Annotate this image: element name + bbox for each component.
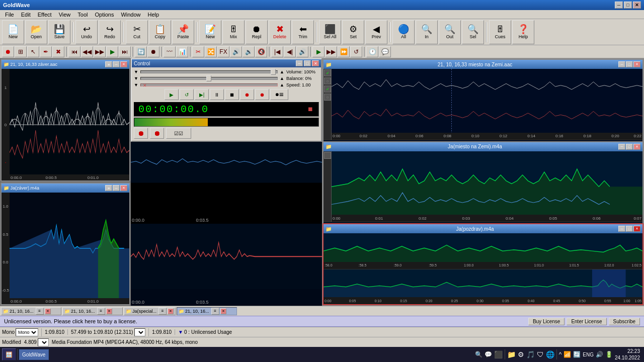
prev-button[interactable]: ◀ Prev xyxy=(365,20,387,44)
pause-btn[interactable]: ⏸ xyxy=(210,89,224,100)
menu-view[interactable]: View xyxy=(56,11,74,18)
open-button[interactable]: 📂 Open xyxy=(25,20,47,44)
zoomout-button[interactable]: 🔍 Out xyxy=(439,20,461,44)
play-tb-btn[interactable]: ▶ xyxy=(312,46,325,57)
thumb-2-close[interactable]: ✕ xyxy=(106,308,112,314)
delete-button[interactable]: ✖ Delete xyxy=(269,20,291,44)
selall-button[interactable]: ⬛ Sel All xyxy=(319,20,341,44)
vol-slider-btn[interactable]: 🔊 xyxy=(296,46,308,57)
thumb-4-close[interactable]: ✕ xyxy=(220,308,226,314)
track-jazaver-close[interactable]: ✕ xyxy=(120,185,127,191)
menu-help[interactable]: Help xyxy=(145,11,163,18)
speed-minus-btn[interactable]: ▼ xyxy=(134,82,138,87)
track-zemi-radio-2[interactable]: ○ xyxy=(324,94,331,101)
right-track-zemi-min[interactable]: ─ xyxy=(618,61,625,67)
pencil-btn[interactable]: ✒ xyxy=(40,46,52,57)
channel-dropdown[interactable]: Mono xyxy=(16,328,38,336)
mix-button[interactable]: 🎚 Mix xyxy=(222,20,245,44)
play-forward-btn[interactable]: ▶ xyxy=(165,89,179,100)
vu-rec2-btn[interactable]: ⏺ xyxy=(150,128,164,139)
thumb-4[interactable]: 📁 21, 10, 16... ≡ ✕ xyxy=(177,307,237,315)
menu-options[interactable]: Options xyxy=(92,11,117,18)
cursor-btn[interactable]: ↖ xyxy=(27,46,39,57)
paste-button[interactable]: 📌 Paste xyxy=(172,20,194,44)
right-track-pozdrav-min[interactable]: ─ xyxy=(618,226,625,232)
right-track-jamiesto-max[interactable]: □ xyxy=(626,144,633,150)
play-loop-btn[interactable]: ↺ xyxy=(180,89,194,100)
track-zemi-check-1[interactable]: ✓ xyxy=(324,69,331,76)
rec2-btn[interactable]: ⏺ xyxy=(255,89,269,100)
loop-btn[interactable]: 🔄 xyxy=(135,46,147,57)
menu-window[interactable]: Window xyxy=(118,11,143,18)
vu-rec-btn[interactable]: ⏺ xyxy=(134,128,148,139)
vu-check-btn[interactable]: ☑☑ xyxy=(166,128,191,139)
modified-dropdown[interactable] xyxy=(38,338,49,346)
control-minimize[interactable]: ─ xyxy=(296,60,303,66)
thumb-1-menu[interactable]: ≡ xyxy=(36,308,44,315)
volume-slider-track[interactable] xyxy=(140,70,278,73)
speed-plus-btn[interactable]: ▲ xyxy=(280,82,284,87)
rec-btn[interactable]: ⏺ xyxy=(240,89,254,100)
wave-btn[interactable]: 〰 xyxy=(164,46,176,57)
track-jamiesto-radio[interactable] xyxy=(324,152,331,159)
right-track-pozdrav-max[interactable]: □ xyxy=(626,226,633,232)
balance-minus-btn[interactable]: ▼ xyxy=(134,76,138,81)
spectrum-btn[interactable]: 📊 xyxy=(176,46,188,57)
stop-btn[interactable]: ⏹ xyxy=(225,89,239,100)
fast-rev-btn[interactable]: ◀◀ xyxy=(81,46,93,57)
volume-minus-btn[interactable]: ▼ xyxy=(134,69,138,74)
clock-btn[interactable]: 🕐 xyxy=(366,46,378,57)
right-track-jamiesto-close[interactable]: ✕ xyxy=(633,144,640,150)
track-zaver-min[interactable]: ─ xyxy=(113,61,120,67)
new2-button[interactable]: 📝 New xyxy=(199,20,221,44)
new-button[interactable]: 📄 New xyxy=(2,20,24,44)
right-track-zemi-max[interactable]: □ xyxy=(626,61,633,67)
track-zaver-close[interactable]: ✕ xyxy=(120,61,127,67)
control-close[interactable]: ✕ xyxy=(312,60,319,66)
skip2-btn[interactable]: ⏩ xyxy=(338,46,350,57)
rec-opts-btn[interactable]: ⏺☰ xyxy=(270,89,288,100)
right-track-pozdrav-close[interactable]: ✕ xyxy=(633,226,640,232)
balance-slider-track[interactable] xyxy=(140,77,278,80)
thumb-3[interactable]: 📁 Ja(special... ≡ ✕ xyxy=(124,307,176,315)
close-button[interactable]: ✕ xyxy=(633,2,641,9)
cut-button[interactable]: ✂ Cut xyxy=(126,20,148,44)
thumb-3-menu[interactable]: ≡ xyxy=(158,308,167,315)
rewind-btn[interactable]: ⏮ xyxy=(68,46,80,57)
zoomin-button[interactable]: 🔍 In xyxy=(416,20,438,44)
track-zemi-radio-1[interactable]: ○ xyxy=(324,77,331,84)
balance-slider-thumb[interactable] xyxy=(206,75,211,81)
back-btn[interactable]: ◀| xyxy=(284,46,296,57)
redo-button[interactable]: ↪ Redo xyxy=(99,20,121,44)
all-button[interactable]: 🔵 All xyxy=(392,20,415,44)
maximize-button[interactable]: □ xyxy=(624,2,632,9)
skip-end-btn[interactable]: ⏭ xyxy=(119,46,131,57)
help-button[interactable]: ❓ Help xyxy=(512,20,534,44)
skip-start-btn[interactable]: |◀ xyxy=(271,46,283,57)
selection-dropdown[interactable] xyxy=(134,328,145,336)
set-button[interactable]: ⚙ Set xyxy=(342,20,364,44)
fast-fwd-btn[interactable]: ▶▶ xyxy=(94,46,106,57)
track-jazaver-menu[interactable]: ≡ xyxy=(105,185,112,191)
vol-up-btn[interactable]: 🔊 xyxy=(230,46,242,57)
right-track-zemi-close[interactable]: ✕ xyxy=(633,61,640,67)
rec-arm-btn[interactable]: ⏺ xyxy=(147,46,159,57)
volume-plus-btn[interactable]: ▲ xyxy=(280,69,284,74)
loop2-btn[interactable]: ↺ xyxy=(350,46,362,57)
chat-btn[interactable]: 💬 xyxy=(379,46,391,57)
balance-plus-btn[interactable]: ▲ xyxy=(280,76,284,81)
repl-button[interactable]: ⏺ Repl xyxy=(246,20,268,44)
track-zaver-menu[interactable]: ≡ xyxy=(105,61,112,67)
thumb-2[interactable]: 📁 21, 10, 16... ≡ ✕ xyxy=(62,307,123,315)
cues-button[interactable]: 🎚 Cues xyxy=(489,20,511,44)
speed-slider-track[interactable]: ✕ xyxy=(140,83,278,86)
subscribe-btn[interactable]: Subscribe xyxy=(609,318,640,325)
close-tb-btn[interactable]: ✖ xyxy=(52,46,64,57)
fwd2-btn[interactable]: ▶▶ xyxy=(325,46,337,57)
vol-dn-btn[interactable]: 🔉 xyxy=(243,46,255,57)
tray-chevron-icon[interactable]: ^ xyxy=(559,351,562,358)
enter-license-btn[interactable]: Enter License xyxy=(567,318,606,325)
menu-file[interactable]: File xyxy=(2,11,17,18)
start-button[interactable]: 🪟 xyxy=(2,348,16,360)
right-track-jamiesto-min[interactable]: ─ xyxy=(618,144,625,150)
